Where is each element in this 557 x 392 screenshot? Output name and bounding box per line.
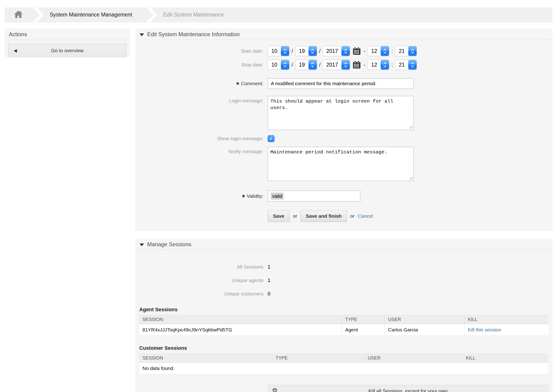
start-date-hour-value[interactable]: 12 <box>368 46 381 56</box>
calendar-icon <box>352 61 361 69</box>
unique-customers-label: Unique customers <box>135 291 268 297</box>
stop-date-year-value[interactable]: 2017 <box>323 60 341 70</box>
login-message-textarea[interactable]: This should appear at login screen for a… <box>268 96 414 130</box>
customer-sessions-table: SESSION TYPE USER KILL No data found. <box>139 353 549 374</box>
show-login-message-label: Show login message: <box>135 136 268 141</box>
unique-agents-stat: Unique agents 1 <box>135 277 552 283</box>
start-date-minute-value[interactable]: 21 <box>395 46 408 56</box>
edit-widget-content: Start date: 10 / 19 / 2017 <box>135 40 552 231</box>
actions-panel: Actions ◀ Go to overview <box>5 29 130 57</box>
stop-date-group: 10 / 19 / 2017 <box>268 60 417 70</box>
session-user-cell: Carlos Garcia <box>385 324 465 336</box>
start-date-calendar-button[interactable] <box>352 47 361 55</box>
date-separator: / <box>292 48 293 54</box>
stop-date-year-spinner[interactable]: 2017 <box>323 60 350 70</box>
manage-sessions-header[interactable]: Manage Sessions <box>135 239 552 250</box>
start-date-minute-spinner[interactable]: 21 <box>395 46 417 56</box>
table-header-row: SESSION TYPE USER KILL <box>139 315 549 324</box>
stop-date-row: Stop date: 10 / 19 / 2017 <box>135 60 552 70</box>
unique-agents-label: Unique agents <box>135 278 268 283</box>
stop-date-month-value[interactable]: 10 <box>268 60 281 70</box>
stop-date-hour-spinner[interactable]: 12 <box>367 60 389 70</box>
stop-date-hour-value[interactable]: 12 <box>368 60 381 70</box>
stop-date-month-spinner[interactable]: 10 <box>268 60 289 70</box>
unique-customers-value: 0 <box>268 291 270 297</box>
breadcrumb-system-maintenance-management[interactable]: System Maintenance Management <box>46 12 146 18</box>
collapse-triangle-icon <box>139 33 144 36</box>
validity-selected-value: valid <box>271 193 284 200</box>
stepper-icon[interactable] <box>308 46 317 56</box>
stepper-icon[interactable] <box>381 46 389 56</box>
collapse-triangle-icon <box>139 244 144 246</box>
show-login-message-checkbox[interactable]: ✓ <box>268 135 275 142</box>
or-text: or <box>293 213 297 219</box>
column-header-user: USER <box>364 354 463 362</box>
notify-message-label: Notify message: <box>135 147 268 154</box>
column-header-user: USER <box>385 315 465 324</box>
validity-select[interactable]: valid <box>268 191 360 202</box>
start-date-group: 10 / 19 / 2017 <box>268 46 417 56</box>
agent-sessions-table-wrap: SESSION TYPE USER KILL 81YR4xJJJTsqKpc49… <box>139 315 549 336</box>
date-separator: / <box>319 62 321 68</box>
kill-all-sessions-button[interactable]: Kill all Sessions, except for your own <box>268 385 549 392</box>
validity-row: ✱Validity: valid <box>135 191 552 202</box>
column-header-session: SESSION <box>139 315 342 324</box>
trash-icon <box>271 388 278 392</box>
stepper-icon[interactable] <box>408 60 417 70</box>
edit-widget-title: Edit System Maintenance Information <box>147 31 240 38</box>
stepper-icon[interactable] <box>281 60 289 70</box>
start-date-hour-spinner[interactable]: 12 <box>367 46 389 56</box>
agent-session-row: 81YR4xJJJTsqKpc49cJ9nYSqkbwPd5TG Agent C… <box>139 324 549 336</box>
stop-date-minute-spinner[interactable]: 21 <box>395 60 417 70</box>
column-header-kill: KILL <box>465 315 549 324</box>
cancel-link[interactable]: Cancel <box>358 213 373 219</box>
go-to-overview-button[interactable]: ◀ Go to overview <box>8 44 126 57</box>
no-data-row: No data found. <box>139 362 549 374</box>
edit-widget-header[interactable]: Edit System Maintenance Information <box>135 29 552 40</box>
stop-date-calendar-button[interactable] <box>352 61 361 69</box>
kill-this-session-link[interactable]: Kill this session <box>468 327 501 332</box>
start-date-year-value[interactable]: 2017 <box>323 46 341 56</box>
stepper-icon[interactable] <box>308 60 317 70</box>
home-icon <box>14 10 23 19</box>
stepper-icon[interactable] <box>341 60 350 70</box>
back-arrow-icon: ◀ <box>14 48 17 53</box>
sidebar: Actions ◀ Go to overview <box>5 29 130 62</box>
stepper-icon[interactable] <box>381 60 389 70</box>
manage-sessions-widget: Manage Sessions All Sessions 1 Unique ag… <box>135 239 552 392</box>
all-sessions-stat: All Sessions 1 <box>135 264 552 270</box>
start-date-year-spinner[interactable]: 2017 <box>323 46 350 56</box>
session-kill-cell: Kill this session <box>465 324 549 336</box>
manage-sessions-content: All Sessions 1 Unique agents 1 Unique cu… <box>135 250 552 392</box>
session-id-cell: 81YR4xJJJTsqKpc49cJ9nYSqkbwPd5TG <box>139 324 342 336</box>
breadcrumb-separator-icon <box>32 8 45 22</box>
breadcrumb-separator-icon <box>146 8 158 22</box>
kill-all-sessions-label: Kill all Sessions, except for your own <box>369 388 448 392</box>
calendar-icon <box>352 47 361 55</box>
start-date-month-spinner[interactable]: 10 <box>268 46 289 56</box>
stop-date-minute-value[interactable]: 21 <box>395 60 408 70</box>
stepper-icon[interactable] <box>408 46 417 56</box>
resize-grip-icon[interactable] <box>410 177 413 180</box>
start-date-label: Start date: <box>135 48 268 54</box>
save-and-finish-button[interactable]: Save and finish <box>301 210 347 222</box>
stop-date-day-value[interactable]: 19 <box>295 60 308 70</box>
breadcrumb-home-link[interactable] <box>5 10 32 19</box>
notify-message-textarea[interactable]: Maintenance period notification message. <box>268 147 414 181</box>
start-date-day-value[interactable]: 19 <box>295 46 308 56</box>
stop-date-label: Stop date: <box>135 62 268 67</box>
start-date-day-spinner[interactable]: 19 <box>295 46 317 56</box>
save-button[interactable]: Save <box>268 210 290 222</box>
stop-date-day-spinner[interactable]: 19 <box>295 60 317 70</box>
comment-input[interactable] <box>268 78 414 89</box>
login-message-row: Login message: This should appear at log… <box>135 96 552 131</box>
stepper-icon[interactable] <box>281 46 289 56</box>
unique-customers-stat: Unique customers 0 <box>135 291 552 297</box>
main-content: Edit System Maintenance Information Star… <box>135 29 552 392</box>
date-separator: - <box>363 62 365 68</box>
resize-grip-icon[interactable] <box>410 126 413 129</box>
actions-title: Actions <box>9 31 27 38</box>
start-date-month-value[interactable]: 10 <box>268 46 281 56</box>
stepper-icon[interactable] <box>341 46 350 56</box>
go-to-overview-label: Go to overview <box>51 48 83 53</box>
